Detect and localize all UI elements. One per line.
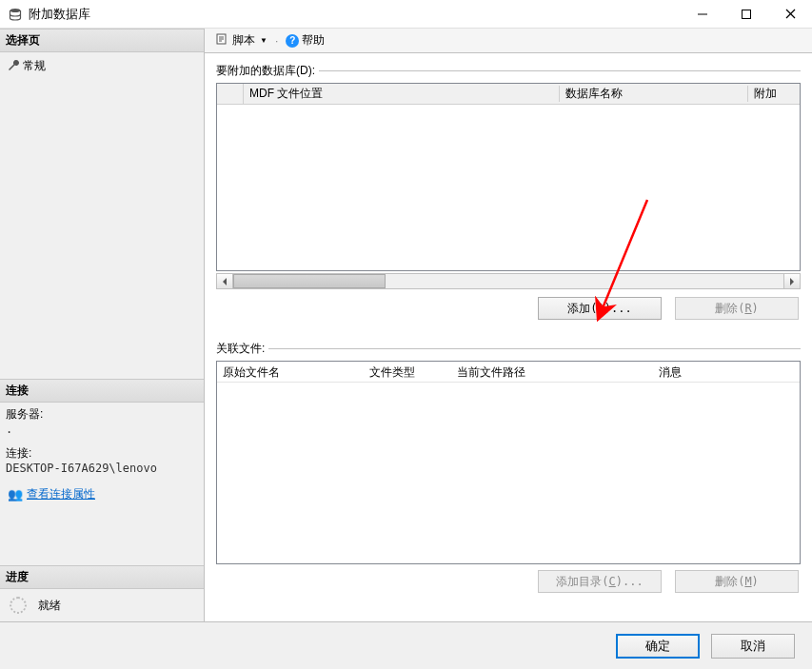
attach-db-group: 要附加的数据库(D): MDF 文件位置 数据库名称 附加 bbox=[216, 63, 801, 333]
progress-header: 进度 bbox=[0, 565, 204, 589]
col-file-type[interactable]: 文件类型 bbox=[364, 362, 451, 382]
col-orig-filename[interactable]: 原始文件名 bbox=[217, 362, 364, 382]
script-dropdown[interactable]: 脚本 ▼ bbox=[212, 30, 271, 50]
attach-db-label: 要附加的数据库(D): bbox=[216, 63, 319, 79]
minimize-button[interactable] bbox=[681, 0, 724, 29]
view-connection-props[interactable]: 👥 查看连接属性 bbox=[6, 484, 198, 504]
assoc-files-grid[interactable]: 原始文件名 文件类型 当前文件路径 消息 bbox=[216, 361, 801, 564]
progress-row: 就绪 bbox=[0, 589, 204, 621]
ok-button[interactable]: 确定 bbox=[616, 634, 700, 659]
window-title: 附加数据库 bbox=[29, 6, 90, 23]
col-db-name[interactable]: 数据库名称 bbox=[560, 86, 748, 102]
connection-header: 连接 bbox=[0, 379, 204, 403]
select-page-header: 选择页 bbox=[0, 29, 204, 52]
connection-label: 连接: bbox=[6, 445, 198, 462]
col-attach[interactable]: 附加 bbox=[748, 86, 792, 102]
connection-value: DESKTOP-I67A629\lenovo bbox=[6, 462, 198, 475]
maximize-button[interactable] bbox=[724, 0, 768, 29]
help-button[interactable]: ? 帮助 bbox=[282, 30, 328, 50]
col-message[interactable]: 消息 bbox=[653, 362, 800, 382]
svg-rect-2 bbox=[743, 10, 751, 18]
grid-body[interactable] bbox=[217, 105, 800, 270]
cancel-button[interactable]: 取消 bbox=[711, 634, 795, 659]
script-icon bbox=[216, 33, 229, 48]
scroll-track[interactable] bbox=[233, 274, 783, 288]
wrench-icon bbox=[8, 59, 19, 73]
col-mdf-location[interactable]: MDF 文件位置 bbox=[244, 86, 560, 102]
sidebar-item-general[interactable]: 常规 bbox=[6, 56, 198, 76]
server-label: 服务器: bbox=[6, 406, 198, 423]
dialog-footer: 确定 取消 bbox=[0, 621, 812, 669]
attach-db-grid[interactable]: MDF 文件位置 数据库名称 附加 bbox=[216, 83, 801, 271]
help-icon: ? bbox=[286, 34, 299, 48]
people-icon: 👥 bbox=[8, 487, 23, 502]
assoc-files-group: 关联文件: 原始文件名 文件类型 当前文件路径 消息 添加目录(C)... 删除… bbox=[216, 341, 801, 595]
scroll-left-button[interactable] bbox=[217, 274, 233, 288]
progress-status: 就绪 bbox=[38, 598, 61, 614]
sidebar: 选择页 常规 连接 服务器: . 连接: DESKTOP-I67A629\len… bbox=[0, 29, 205, 621]
titlebar: 附加数据库 bbox=[0, 0, 812, 29]
scroll-right-button[interactable] bbox=[783, 274, 800, 288]
close-button[interactable] bbox=[768, 0, 812, 29]
grid-corner bbox=[217, 84, 244, 104]
toolbar: 脚本 ▼ · ? 帮助 bbox=[205, 29, 812, 53]
help-label: 帮助 bbox=[302, 32, 325, 49]
spinner-icon bbox=[10, 597, 27, 614]
main-panel: 脚本 ▼ · ? 帮助 要附加的数据库(D): MDF 文件位置 数据库名称 bbox=[205, 29, 812, 621]
col-current-path[interactable]: 当前文件路径 bbox=[451, 362, 653, 382]
dropdown-icon: ▼ bbox=[260, 36, 267, 45]
script-label: 脚本 bbox=[232, 32, 255, 49]
scroll-thumb[interactable] bbox=[233, 274, 386, 288]
assoc-files-label: 关联文件: bbox=[216, 341, 268, 357]
svg-point-0 bbox=[10, 9, 21, 12]
add-catalog-button: 添加目录(C)... bbox=[538, 570, 662, 593]
database-icon bbox=[8, 7, 23, 22]
remove-button: 删除(R) bbox=[675, 297, 799, 320]
sidebar-item-label: 常规 bbox=[23, 58, 46, 74]
view-connection-props-link[interactable]: 查看连接属性 bbox=[27, 486, 95, 502]
add-button[interactable]: 添加(A)... bbox=[538, 297, 662, 320]
server-value: . bbox=[6, 423, 198, 436]
grid-hscrollbar[interactable] bbox=[216, 273, 801, 289]
remove-file-button: 删除(M) bbox=[675, 570, 799, 593]
